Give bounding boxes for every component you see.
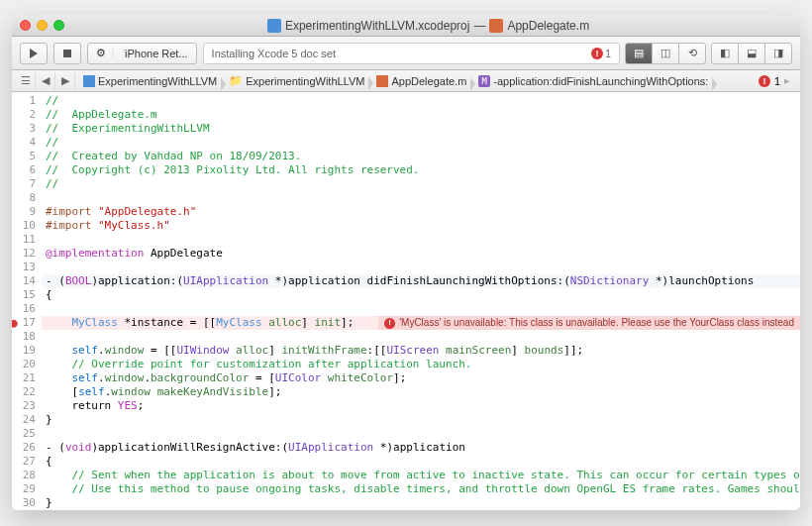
code-line: - (void)applicationWillResignActive:(UIA… [42,441,800,455]
right-panel-button[interactable]: ◨ [764,43,792,64]
file-icon [376,75,388,87]
standard-editor-button[interactable]: ▤ [625,43,653,64]
line-number: 30 [12,496,36,510]
toolbar: ⚙ 〉 iPhone Ret... Installing Xcode 5 doc… [12,37,800,70]
editor-mode-buttons: ▤ ◫ ⟲ [626,43,706,64]
code-line [42,233,800,247]
line-number: 28 [12,469,36,482]
method-icon: M [478,75,490,87]
line-number: 1 [12,94,36,108]
folder-icon: 📁 [229,74,243,87]
line-number: 10 [12,219,36,233]
crumb-project[interactable]: ExperimentingWithLLVM [75,75,221,87]
minimize-button[interactable] [37,20,48,31]
left-panel-button[interactable]: ◧ [711,43,739,64]
line-number: 24 [12,413,36,427]
line-number: 12 [12,247,36,261]
window-title: ExperimentingWithLLVM.xcodeproj — AppDel… [64,19,792,33]
code-line: // Copyright (c) 2013 Pixolity Ltd. All … [46,163,420,176]
title-sep: — [473,19,485,33]
code-line: } [42,413,800,427]
file-icon [489,19,503,33]
related-items-button[interactable]: ☰ [16,72,36,90]
line-number: 14 [12,274,36,288]
title-file: AppDelegate.m [507,19,589,33]
jumpbar-tail: ! 1 ▸ [759,74,796,87]
scheme-icon: ⚙ [96,47,106,59]
line-gutter: 1234567891011121314151617181920212223242… [12,92,42,510]
code-line: // Override point for customization afte… [46,358,471,370]
code-line: - (BOOL)application:(UIApplication *)app… [42,274,800,288]
line-number: 8 [12,191,36,205]
back-button[interactable]: ◀ [36,72,55,90]
crumb-folder-label: ExperimentingWithLLVM [246,75,364,87]
line-number: 29 [12,482,36,496]
code-line: @implementation [46,247,144,260]
code-line: { [42,455,800,469]
code-line: // Use this method to pause ongoing task… [46,482,800,495]
code-line [42,330,800,344]
line-number: 6 [12,163,36,177]
code-line: [self.window makeKeyAndVisible]; [42,385,800,399]
code-line: // [46,94,58,107]
crumb-method[interactable]: M-application:didFinishLaunchingWithOpti… [470,75,712,87]
traffic-lights [20,20,64,31]
error-badge-icon: ! [759,75,770,87]
line-number: 15 [12,288,36,302]
forward-button[interactable]: ▶ [55,72,75,90]
zoom-button[interactable] [53,20,64,31]
scheme-selector[interactable]: ⚙ 〉 iPhone Ret... [87,43,197,64]
close-button[interactable] [20,20,31,31]
line-number: 22 [12,385,36,399]
code-line: #import [46,205,98,218]
line-number: 17 [12,316,36,330]
code-line: return YES; [42,399,800,413]
run-button[interactable] [20,43,48,64]
version-editor-button[interactable]: ⟲ [678,43,706,64]
line-number: 13 [12,261,36,274]
line-number: 20 [12,358,36,371]
line-number: 16 [12,302,36,316]
crumb-file[interactable]: AppDelegate.m [368,75,470,87]
crumb-file-label: AppDelegate.m [391,75,466,87]
line-number: 3 [12,122,36,136]
line-number: 18 [12,330,36,344]
line-number: 5 [12,150,36,163]
inline-error-message[interactable]: 'MyClass' is unavailable: This class is … [378,316,800,330]
code-line: { [42,288,800,302]
code-line: // Sent when the application is about to… [46,469,800,481]
line-number: 27 [12,455,36,469]
crumb-method-label: -application:didFinishLaunchingWithOptio… [493,75,708,87]
crumb-folder[interactable]: 📁ExperimentingWithLLVM [221,74,368,87]
code-line [42,191,800,205]
status-error-count[interactable]: ! 1 [591,48,611,59]
line-number: 25 [12,427,36,441]
project-icon [83,75,95,87]
error-line: MyClass *instance = [[MyClass alloc] ini… [42,316,800,330]
code-line: // [46,136,58,149]
code-line: // [46,177,58,190]
line-number: 23 [12,399,36,413]
jumpbar-error-count: 1 [774,75,780,87]
panel-buttons: ◧ ⬓ ◨ [712,43,792,64]
line-number: 26 [12,441,36,455]
titlebar: ExperimentingWithLLVM.xcodeproj — AppDel… [12,15,800,37]
activity-status: Installing Xcode 5 doc set ! 1 [203,43,620,64]
code-line: self.window = [[UIWindow alloc] initWith… [42,344,800,358]
crumb-project-label: ExperimentingWithLLVM [98,75,217,87]
error-count: 1 [605,48,611,59]
assistant-editor-button[interactable]: ◫ [652,43,679,64]
stop-button[interactable] [53,43,81,64]
code-line [42,261,800,274]
code-line: // Created by Vahdad NP on 18/09/2013. [46,150,301,162]
line-number: 19 [12,344,36,358]
bottom-panel-button[interactable]: ⬓ [738,43,765,64]
code-line: self.window.backgroundColor = [UIColor w… [42,371,800,385]
code-editor[interactable]: 1234567891011121314151617181920212223242… [12,92,800,510]
code-area[interactable]: // // AppDelegate.m // ExperimentingWith… [42,92,800,510]
line-number: 9 [12,205,36,219]
code-line [42,302,800,316]
title-project: ExperimentingWithLLVM.xcodeproj [285,19,470,33]
error-badge-icon: ! [591,48,603,59]
code-line [42,427,800,441]
